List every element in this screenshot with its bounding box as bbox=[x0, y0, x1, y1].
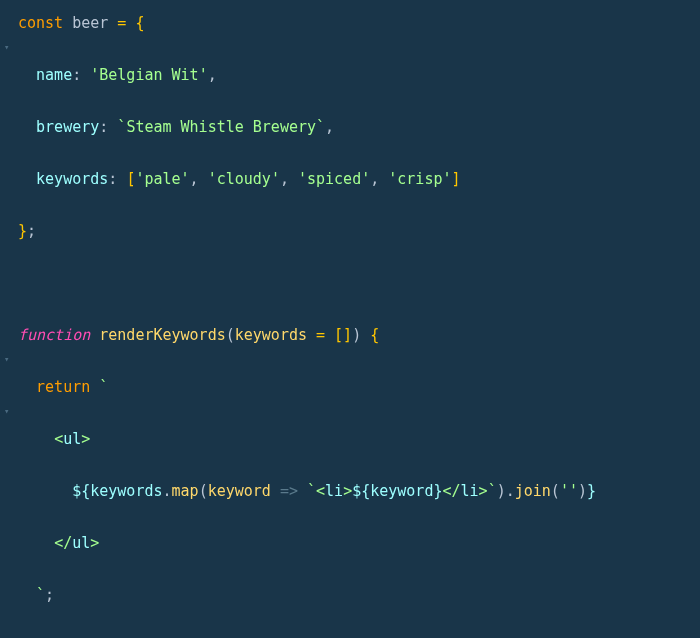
token-function-name: renderKeywords bbox=[99, 326, 225, 344]
token-punc: ; bbox=[45, 586, 54, 604]
code-line[interactable]: ▾const beer = { bbox=[0, 10, 700, 36]
code-line[interactable]: <ul> bbox=[0, 426, 700, 452]
token-operator: = bbox=[117, 14, 126, 32]
token-param: keyword bbox=[208, 482, 271, 500]
fold-icon[interactable]: ▾ bbox=[4, 398, 9, 424]
token-tag-bracket: < bbox=[316, 482, 325, 500]
token-punc: , bbox=[370, 170, 379, 188]
token-punc: , bbox=[208, 66, 217, 84]
token-bracket: [] bbox=[334, 326, 352, 344]
code-line[interactable]: keywords: ['pale', 'cloudy', 'spiced', '… bbox=[0, 166, 700, 192]
token-keyword: return bbox=[36, 378, 90, 396]
token-identifier: beer bbox=[72, 14, 108, 32]
token-string: ' bbox=[181, 170, 190, 188]
token-string: ` bbox=[488, 482, 497, 500]
token-arrow: => bbox=[280, 482, 298, 500]
token-punc: : bbox=[72, 66, 81, 84]
token-punc: ; bbox=[27, 222, 36, 240]
token-brace: { bbox=[135, 14, 144, 32]
token-property: name bbox=[36, 66, 72, 84]
code-line[interactable]: `; bbox=[0, 582, 700, 608]
token-tag: li bbox=[325, 482, 343, 500]
token-string: ' bbox=[388, 170, 397, 188]
code-line[interactable]: ▾ return ` bbox=[0, 374, 700, 400]
token-string: ' bbox=[569, 482, 578, 500]
token-string: ' bbox=[298, 170, 307, 188]
token-punc: . bbox=[506, 482, 515, 500]
token-tag: li bbox=[461, 482, 479, 500]
code-line[interactable]: ${keywords.map(keyword => `<li>${keyword… bbox=[0, 478, 700, 504]
token-string: ' bbox=[199, 66, 208, 84]
token-method: map bbox=[172, 482, 199, 500]
token-keyword: const bbox=[18, 14, 63, 32]
token-string: ' bbox=[90, 66, 99, 84]
code-line[interactable]: name: 'Belgian Wit', bbox=[0, 62, 700, 88]
token-string: Belgian Wit bbox=[99, 66, 198, 84]
token-punc: ( bbox=[199, 482, 208, 500]
token-tag-bracket: > bbox=[479, 482, 488, 500]
token-string: ' bbox=[208, 170, 217, 188]
token-bracket: ] bbox=[452, 170, 461, 188]
token-punc: ) bbox=[352, 326, 361, 344]
token-punc: : bbox=[99, 118, 108, 136]
token-string: cloudy bbox=[217, 170, 271, 188]
token-param: keywords bbox=[235, 326, 307, 344]
token-interp: } bbox=[587, 482, 596, 500]
code-line[interactable]: }; bbox=[0, 218, 700, 244]
token-string: ' bbox=[271, 170, 280, 188]
token-string: crisp bbox=[397, 170, 442, 188]
token-punc: , bbox=[190, 170, 199, 188]
token-brace: { bbox=[370, 326, 379, 344]
code-line[interactable]: ▾function renderKeywords(keywords = []) … bbox=[0, 322, 700, 348]
fold-icon[interactable]: ▾ bbox=[4, 34, 9, 60]
token-method: join bbox=[515, 482, 551, 500]
token-punc: ( bbox=[551, 482, 560, 500]
code-line[interactable]: brewery: `Steam Whistle Brewery`, bbox=[0, 114, 700, 140]
code-line[interactable] bbox=[0, 270, 700, 296]
token-tag-bracket: </ bbox=[442, 482, 460, 500]
token-string: Steam Whistle Brewery bbox=[126, 118, 316, 136]
code-editor[interactable]: ▾const beer = { name: 'Belgian Wit', bre… bbox=[0, 0, 700, 638]
token-string: ' bbox=[361, 170, 370, 188]
token-brace: } bbox=[18, 222, 27, 240]
token-property: brewery bbox=[36, 118, 99, 136]
token-punc: , bbox=[325, 118, 334, 136]
token-punc: . bbox=[163, 482, 172, 500]
token-punc: ) bbox=[578, 482, 587, 500]
token-punc: ) bbox=[497, 482, 506, 500]
code-line[interactable]: </ul> bbox=[0, 530, 700, 556]
token-interp: ${ bbox=[352, 482, 370, 500]
token-tag-bracket: > bbox=[90, 534, 99, 552]
token-tag-bracket: </ bbox=[54, 534, 72, 552]
token-punc: ( bbox=[226, 326, 235, 344]
token-tag-bracket: < bbox=[54, 430, 63, 448]
token-keyword: function bbox=[18, 326, 90, 344]
token-identifier: keywords bbox=[90, 482, 162, 500]
fold-icon[interactable]: ▾ bbox=[4, 346, 9, 372]
token-tag: ul bbox=[72, 534, 90, 552]
token-string: pale bbox=[144, 170, 180, 188]
token-string: spiced bbox=[307, 170, 361, 188]
token-string: ' bbox=[442, 170, 451, 188]
token-tag: ul bbox=[63, 430, 81, 448]
token-string: ` bbox=[99, 378, 108, 396]
token-string: ` bbox=[36, 586, 45, 604]
token-punc: : bbox=[108, 170, 117, 188]
token-string: ` bbox=[316, 118, 325, 136]
token-punc: , bbox=[280, 170, 289, 188]
token-operator: = bbox=[316, 326, 325, 344]
token-string: ' bbox=[560, 482, 569, 500]
token-identifier: keyword bbox=[370, 482, 433, 500]
token-string: ` bbox=[307, 482, 316, 500]
token-interp: ${ bbox=[72, 482, 90, 500]
token-property: keywords bbox=[36, 170, 108, 188]
token-tag-bracket: > bbox=[343, 482, 352, 500]
code-line[interactable]: } bbox=[0, 634, 700, 638]
token-tag-bracket: > bbox=[81, 430, 90, 448]
